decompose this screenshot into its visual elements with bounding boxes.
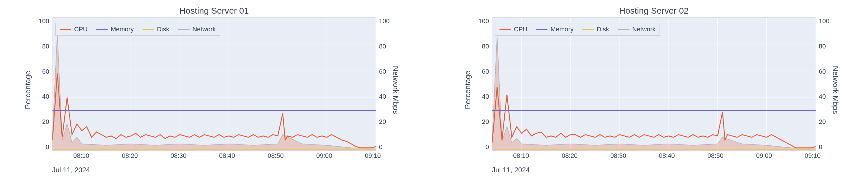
ytick: 40 <box>379 93 399 100</box>
ytick: 100 <box>819 18 839 25</box>
ytick: 60 <box>819 68 839 75</box>
ytick: 20 <box>819 118 839 126</box>
legend-label: CPU <box>74 26 87 33</box>
xtick: 08:20 <box>122 152 138 160</box>
ytick: 80 <box>469 43 489 50</box>
legend-item-network: Network <box>618 26 656 33</box>
legend-label: Memory <box>111 26 133 33</box>
plot-zone: Percentage Network Mbps 100 80 60 40 20 … <box>11 18 416 162</box>
x-ticks: 08:10 08:20 08:30 08:40 08:50 09:00 09:1… <box>492 152 816 162</box>
chart-svg-1 <box>492 18 815 151</box>
legend-item-disk: Disk <box>143 26 169 33</box>
y-ticks-right: 100 80 60 40 20 0 <box>819 18 839 151</box>
ytick: 40 <box>819 93 839 100</box>
legend-item-cpu: CPU <box>499 26 527 33</box>
xtick: 08:30 <box>170 152 186 160</box>
ytick: 20 <box>379 118 399 126</box>
ytick: 0 <box>469 143 489 151</box>
ytick: 80 <box>819 43 839 50</box>
swatch-memory <box>96 29 108 30</box>
legend-label: Disk <box>157 26 169 33</box>
ytick: 40 <box>29 93 49 100</box>
swatch-disk <box>582 29 594 30</box>
date-label: Jul 11, 2024 <box>52 166 90 174</box>
legend-item-network: Network <box>178 26 216 33</box>
legend: CPU Memory Disk Network <box>55 23 220 36</box>
y-ticks-right: 100 80 60 40 20 0 <box>379 18 399 151</box>
ytick: 60 <box>379 68 399 75</box>
chart-hosting-server-02: Hosting Server 02 Percentage Network Mbp… <box>452 6 857 182</box>
ytick: 60 <box>469 68 489 75</box>
ytick: 80 <box>29 43 49 50</box>
xtick: 08:50 <box>708 152 723 160</box>
legend-label: Network <box>192 26 216 33</box>
ytick: 100 <box>29 18 49 25</box>
ytick: 0 <box>29 143 49 151</box>
ytick: 20 <box>469 118 489 126</box>
ytick: 0 <box>379 143 399 151</box>
legend-item-memory: Memory <box>96 26 133 33</box>
ytick: 40 <box>469 93 489 100</box>
legend: CPU Memory Disk Network <box>495 23 660 36</box>
ytick: 20 <box>29 118 49 126</box>
xtick: 09:10 <box>365 152 381 160</box>
legend-label: Memory <box>550 26 573 33</box>
swatch-network <box>618 29 629 30</box>
x-ticks: 08:10 08:20 08:30 08:40 08:50 09:00 09:1… <box>52 152 376 162</box>
xtick: 08:10 <box>73 152 89 160</box>
legend-item-memory: Memory <box>536 26 573 33</box>
swatch-cpu <box>499 29 511 30</box>
swatch-cpu <box>60 29 71 30</box>
swatch-network <box>178 29 190 30</box>
date-label: Jul 11, 2024 <box>492 166 530 174</box>
xtick: 09:00 <box>316 152 332 160</box>
chart-title: Hosting Server 02 <box>452 6 857 16</box>
xtick: 08:50 <box>268 152 284 160</box>
ytick: 0 <box>819 143 839 151</box>
chart-svg-0 <box>53 18 376 151</box>
legend-item-disk: Disk <box>582 26 609 33</box>
legend-label: Network <box>632 26 656 33</box>
xtick: 08:10 <box>513 152 529 160</box>
chart-title: Hosting Server 01 <box>11 6 416 16</box>
ytick: 100 <box>379 18 399 25</box>
plot-area: CPU Memory Disk Network <box>52 18 376 151</box>
xtick: 09:10 <box>805 152 820 160</box>
legend-item-cpu: CPU <box>60 26 87 33</box>
plot-area: CPU Memory Disk Network <box>492 18 816 151</box>
xtick: 08:20 <box>562 152 578 160</box>
xtick: 08:30 <box>610 152 626 160</box>
swatch-memory <box>536 29 548 30</box>
y-ticks-left: 100 80 60 40 20 0 <box>469 18 489 151</box>
xtick: 08:40 <box>659 152 675 160</box>
legend-label: Disk <box>597 26 609 33</box>
ytick: 100 <box>469 18 489 25</box>
plot-zone: Percentage Network Mbps 100 80 60 40 20 … <box>452 18 857 162</box>
ytick: 60 <box>29 68 49 75</box>
ytick: 80 <box>379 43 399 50</box>
swatch-disk <box>143 29 154 30</box>
xtick: 08:40 <box>219 152 235 160</box>
y-ticks-left: 100 80 60 40 20 0 <box>29 18 49 151</box>
xtick: 09:00 <box>756 152 772 160</box>
legend-label: CPU <box>514 26 527 33</box>
chart-hosting-server-01: Hosting Server 01 Percentage Network Mbp… <box>11 6 416 182</box>
